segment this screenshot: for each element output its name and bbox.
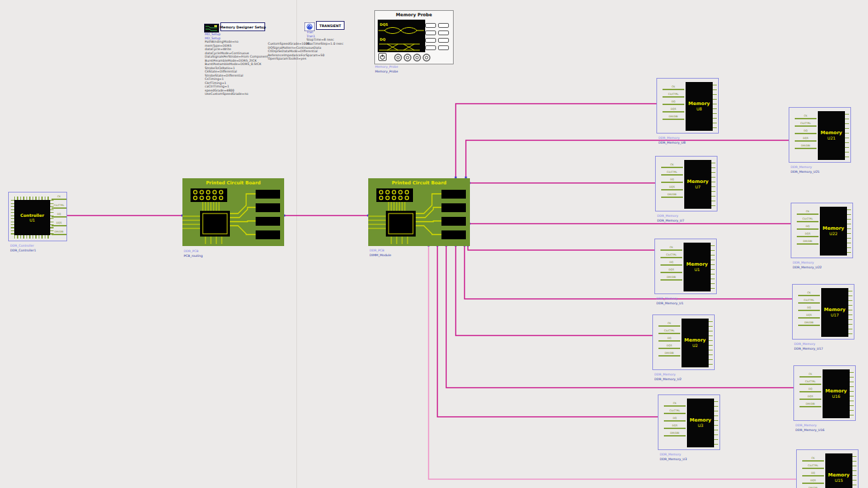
pin-ck[interactable]: CK xyxy=(663,85,684,90)
pin-bus-bar xyxy=(797,228,818,230)
memory-component-u1[interactable]: Memory U1 DDR_Memory DDR_Memory_U1 CKCA/… xyxy=(654,239,717,294)
memory-component-u17[interactable]: Memory U17 DDR_Memory DDR_Memory_U17 CKC… xyxy=(792,284,854,340)
wire-dimm-to-u15[interactable] xyxy=(429,246,796,479)
wire-dimm-to-u17[interactable] xyxy=(465,246,792,299)
pin-ca-ctrl[interactable]: CA/CTRL xyxy=(660,253,682,258)
memory-component-u15[interactable]: Memory U15 DDR_Memory DDR_Memory_U15 CKC… xyxy=(796,449,859,488)
pin-ca-ctrl[interactable]: CA/CTRL xyxy=(663,93,684,98)
pin-dq[interactable]: DQ xyxy=(663,100,684,105)
wire-dimm-to-u2[interactable] xyxy=(456,246,652,336)
memory-chip: Memory U7 xyxy=(684,160,711,209)
pin-dqs[interactable]: DQS xyxy=(658,344,680,349)
pin-ca-ctrl[interactable]: CA/CTRL xyxy=(798,299,820,304)
pin-label: DQS xyxy=(798,314,820,317)
schematic-canvas[interactable]: Memory Designer Setup MD_SetupMD_Setup P… xyxy=(0,0,868,488)
pin-ck[interactable]: CK xyxy=(802,457,824,462)
pin-dm-dbi[interactable]: DM/DBI xyxy=(798,321,820,326)
pin-dqs[interactable]: DQS xyxy=(52,222,66,226)
pin-dq[interactable]: DQ xyxy=(660,261,682,266)
mds-param-line: CtlDqsSsDataMode=Differential xyxy=(268,49,324,54)
pin-dq[interactable]: DQ xyxy=(52,213,66,218)
pin-dqs[interactable]: DQS xyxy=(800,395,821,400)
wire-dimm-to-u21[interactable] xyxy=(466,140,789,178)
pin-ck[interactable]: CK xyxy=(664,402,686,407)
wire-dimm-to-u16[interactable] xyxy=(446,246,793,388)
pin-dqs[interactable]: DQS xyxy=(660,268,682,273)
pin-ca-ctrl[interactable]: CA/CTRL xyxy=(52,204,66,209)
pin-bus-bar xyxy=(661,197,683,198)
pin-label: DQ xyxy=(660,261,682,264)
pin-ca-ctrl[interactable]: CA/CTRL xyxy=(797,218,818,222)
pin-ck[interactable]: CK xyxy=(797,210,818,215)
dimm-module-component[interactable]: Printed Circuit Board DDR_PCB DIMM_Modul… xyxy=(368,178,470,246)
pin-ck[interactable]: CK xyxy=(800,373,821,378)
memory-component-u3[interactable]: Memory U3 DDR_Memory DDR_Memory_U3 CKCA/… xyxy=(658,394,720,450)
pin-ck[interactable]: CK xyxy=(52,195,66,200)
pin-ck[interactable]: CK xyxy=(795,115,816,119)
pin-label: DM/DBI xyxy=(52,230,66,233)
pin-ca-ctrl[interactable]: CA/CTRL xyxy=(795,122,816,127)
pin-ck[interactable]: CK xyxy=(660,246,682,251)
wire-dimm-to-u1[interactable] xyxy=(468,246,654,250)
pin-dm-dbi[interactable]: DM/DBI xyxy=(661,193,683,198)
probe-button xyxy=(425,30,436,35)
pin-dm-dbi[interactable]: DM/DBI xyxy=(52,230,66,235)
memory-component-u21[interactable]: Memory U21 DDR_Memory DDR_Memory_U21 CKC… xyxy=(789,107,851,163)
pin-dqs[interactable]: DQS xyxy=(798,314,820,319)
pin-dm-dbi[interactable]: DM/DBI xyxy=(660,276,682,281)
pin-ca-ctrl[interactable]: CA/CTRL xyxy=(664,409,686,414)
pin-dqs[interactable]: DQS xyxy=(795,137,816,142)
memory-component-u2[interactable]: Memory U2 DDR_Memory DDR_Memory_U2 CKCA/… xyxy=(652,314,715,370)
pin-dm-dbi[interactable]: DM/DBI xyxy=(795,144,816,149)
pin-dm-dbi[interactable]: DM/DBI xyxy=(664,432,686,436)
pin-bus-bar xyxy=(664,413,686,414)
memory-component-u16[interactable]: Memory U16 DDR_Memory DDR_Memory_U16 CKC… xyxy=(793,365,856,421)
transient-component[interactable] xyxy=(304,21,315,30)
memory-chip-label: Memory xyxy=(828,473,850,478)
pin-dq[interactable]: DQ xyxy=(802,472,824,476)
pin-ca-ctrl[interactable]: CA/CTRL xyxy=(658,329,680,334)
pin-dq[interactable]: DQ xyxy=(661,178,683,183)
probe-button xyxy=(438,45,449,50)
pin-ca-ctrl[interactable]: CA/CTRL xyxy=(661,171,683,176)
pin-dm-dbi[interactable]: DM/DBI xyxy=(797,240,818,245)
pin-label: DM/DBI xyxy=(663,115,684,118)
memory-designer-setup-component[interactable] xyxy=(204,22,219,31)
pin-dqs[interactable]: DQS xyxy=(661,186,683,190)
pin-dq[interactable]: DQ xyxy=(664,417,686,422)
memory-designer-setup-title[interactable]: Memory Designer Setup xyxy=(220,22,265,31)
pin-dq[interactable]: DQ xyxy=(797,225,818,230)
memory-component-u8[interactable]: Memory U8 DDR_Memory DDR_Memory_U8 CKCA/… xyxy=(656,78,719,134)
pcb-routing-component[interactable]: Printed Circuit Board DDR_PCB PCB_routin… xyxy=(182,178,284,246)
pin-label: CA/CTRL xyxy=(663,93,684,96)
pin-ck[interactable]: CK xyxy=(658,322,680,327)
memory-component-u22[interactable]: Memory U22 DDR_Memory DDR_Memory_U22 CKC… xyxy=(791,203,853,258)
memory-right-pins xyxy=(711,163,715,206)
pin-dq[interactable]: DQ xyxy=(798,306,820,311)
pin-dqs[interactable]: DQS xyxy=(797,232,818,237)
pin-label: DM/DBI xyxy=(797,240,818,243)
wire-dimm-to-u3[interactable] xyxy=(437,246,658,417)
memory-probe-component[interactable]: Memory Probe DQS DQ xyxy=(374,10,454,64)
pin-ck[interactable]: CK xyxy=(661,163,683,168)
wire-dimm-to-u8[interactable] xyxy=(456,104,656,178)
pin-dqs[interactable]: DQS xyxy=(802,479,824,484)
pin-dm-dbi[interactable]: DM/DBI xyxy=(658,352,680,357)
pin-dqs[interactable]: DQS xyxy=(663,108,684,113)
pin-dq[interactable]: DQ xyxy=(658,337,680,342)
pin-dq[interactable]: DQ xyxy=(795,129,816,134)
transient-title[interactable]: TRANSIENT xyxy=(316,21,344,30)
memory-instance-label: DDR_Memory_U21 xyxy=(791,170,820,175)
memory-right-pins xyxy=(711,245,715,289)
memory-labels: DDR_Memory DDR_Memory_U2 xyxy=(654,373,682,382)
memory-component-u7[interactable]: Memory U7 DDR_Memory DDR_Memory_U7 CKCA/… xyxy=(655,156,717,211)
pin-dq[interactable]: DQ xyxy=(800,388,821,392)
controller-component[interactable]: Controller U1 DDR_Controller DDR_Control… xyxy=(8,192,67,241)
pin-dm-dbi[interactable]: DM/DBI xyxy=(800,403,821,407)
pin-label: DM/DBI xyxy=(664,432,686,434)
pin-ck[interactable]: CK xyxy=(798,291,820,296)
pin-dqs[interactable]: DQS xyxy=(664,424,686,429)
pin-ca-ctrl[interactable]: CA/CTRL xyxy=(800,380,821,385)
pin-dm-dbi[interactable]: DM/DBI xyxy=(663,115,684,120)
pin-ca-ctrl[interactable]: CA/CTRL xyxy=(802,464,824,469)
